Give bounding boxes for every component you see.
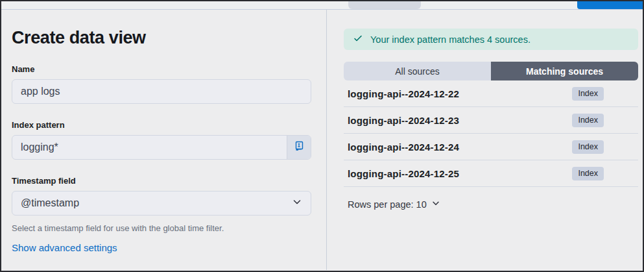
timestamp-select[interactable]: @timestamp [12, 191, 311, 216]
index-badge: Index [572, 167, 604, 180]
name-label: Name [12, 64, 311, 75]
timestamp-field-group: Timestamp field @timestamp Select a time… [12, 176, 311, 234]
timestamp-label: Timestamp field [12, 176, 311, 186]
show-advanced-settings-link[interactable]: Show advanced settings [12, 242, 117, 253]
page-title: Create data view [12, 27, 311, 48]
name-input[interactable] [12, 79, 311, 104]
chevron-down-icon [431, 199, 440, 210]
sources-tab-group: All sources Matching sources [344, 62, 638, 80]
tab-all-sources[interactable]: All sources [344, 62, 491, 80]
index-badge: Index [572, 140, 604, 154]
index-pattern-label: Index pattern [12, 120, 311, 130]
tab-matching-sources[interactable]: Matching sources [491, 62, 638, 80]
partial-gray-button[interactable] [348, 1, 421, 9]
table-row: logging-api--2024-12-24 Index [344, 134, 638, 160]
table-row: logging-api--2024-12-23 Index [344, 107, 638, 134]
index-pattern-input[interactable] [12, 136, 287, 159]
timestamp-selected-value: @timestamp [21, 197, 79, 209]
source-name: logging-api--2024-12-22 [348, 88, 459, 99]
index-badge: Index [572, 87, 604, 101]
create-data-view-flyout: Create data view Name Index pattern [0, 0, 644, 272]
source-name: logging-api--2024-12-25 [348, 168, 459, 179]
partial-blue-button[interactable] [577, 1, 643, 9]
form-panel: Create data view Name Index pattern [1, 10, 327, 270]
name-field-group: Name [12, 64, 311, 104]
success-callout: Your index pattern matches 4 sources. [344, 29, 638, 50]
index-pattern-field-group: Index pattern [12, 120, 311, 160]
rows-per-page-label: Rows per page: 10 [348, 199, 427, 210]
rows-per-page-button[interactable]: Rows per page: 10 [348, 199, 440, 210]
check-icon [353, 33, 363, 46]
index-badge: Index [572, 114, 604, 127]
docs-book-icon [294, 141, 304, 154]
chevron-down-icon [292, 197, 302, 210]
sources-list: logging-api--2024-12-22 Index logging-ap… [344, 80, 638, 187]
top-cropped-bar [1, 1, 643, 10]
table-row: logging-api--2024-12-25 Index [344, 160, 638, 187]
timestamp-help-text: Select a timestamp field for use with th… [12, 223, 311, 234]
callout-text: Your index pattern matches 4 sources. [370, 34, 531, 45]
index-pattern-docs-button[interactable] [287, 136, 311, 159]
source-name: logging-api--2024-12-23 [348, 115, 459, 126]
sources-preview-panel: Your index pattern matches 4 sources. Al… [327, 10, 643, 270]
table-row: logging-api--2024-12-22 Index [344, 80, 638, 107]
source-name: logging-api--2024-12-24 [348, 142, 459, 153]
